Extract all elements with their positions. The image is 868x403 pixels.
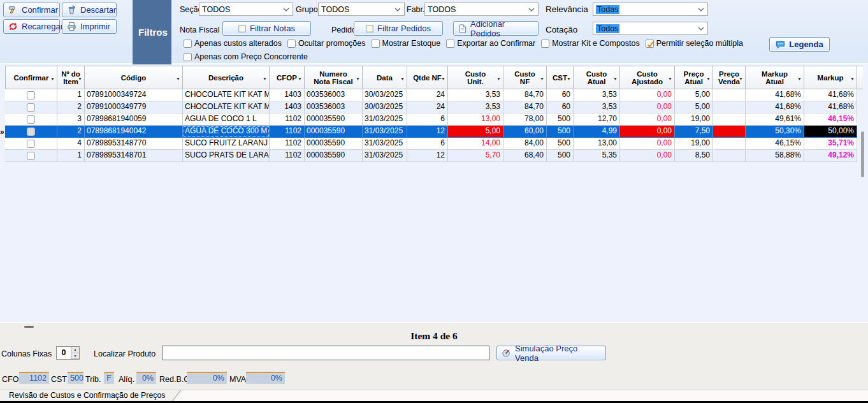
- filter-checkbox-apenas-custos-alterados[interactable]: Apenas custos alterados: [184, 39, 282, 48]
- column-header-descricao[interactable]: Descrição▼: [183, 66, 270, 89]
- row-confirm-checkbox[interactable]: [27, 103, 35, 112]
- column-header-label: Markup Atual: [762, 70, 788, 85]
- cell: 78,00: [503, 114, 547, 126]
- spinner-down-button[interactable]: ▼: [71, 353, 79, 360]
- checkbox-icon: [287, 40, 296, 48]
- filter-checkbox-mostrar-kit-e-compostos[interactable]: Mostrar Kit e Compostos: [541, 39, 640, 48]
- column-header-codigo[interactable]: Código▼: [85, 66, 183, 89]
- table-row[interactable]: 207891000349779CHOCOLATE KIT KAT M140300…: [5, 101, 857, 114]
- table-row[interactable]: 407898953148770SUCO FRUITZ LARANJ1102000…: [5, 138, 857, 150]
- filter-arrow-icon[interactable]: ▼: [400, 75, 405, 83]
- checkbox-label: Apenas com Preço Concorrente: [194, 52, 308, 61]
- relevancia-select[interactable]: Todas: [593, 3, 708, 16]
- column-header-custo-unit[interactable]: Custo Unit.▼: [448, 66, 503, 89]
- tab-revisao-de-custos[interactable]: Revisão de Custos e Confirmação de Preço…: [0, 390, 184, 402]
- row-confirm-checkbox[interactable]: [27, 128, 35, 136]
- cell: 0,00: [620, 150, 675, 162]
- table-row[interactable]: 307898681940059AGUA DE COCO 1 L110200003…: [5, 114, 857, 126]
- localizar-produto-label: Localizar Produto: [94, 349, 156, 358]
- column-header-cst[interactable]: CST▼: [547, 66, 574, 89]
- column-header-numero-nota-fiscal[interactable]: Numero Nota Fiscal▼: [305, 66, 363, 89]
- cell-confirmar: [5, 126, 57, 138]
- localizar-produto-input[interactable]: [162, 346, 489, 360]
- cotacao-select[interactable]: Todos: [593, 22, 708, 35]
- filter-arrow-icon[interactable]: ▼: [706, 75, 711, 83]
- column-header-label: CFOP: [277, 74, 297, 82]
- column-header-confirmar[interactable]: Confirmar▼: [5, 66, 57, 89]
- filter-checkbox-ocultar-promocoes[interactable]: Ocultar promoções: [287, 39, 366, 48]
- column-header-custo-ajustado[interactable]: Custo Ajustado▼: [620, 66, 675, 89]
- filter-checkbox-permitir-selecao-multipla[interactable]: Permitir seleção múltipla: [646, 39, 743, 48]
- colunas-fixas-stepper[interactable]: 0 ▲ ▼: [56, 346, 80, 360]
- table-row[interactable]: 107898953148701SUCO PRATS DE LARA1102000…: [5, 150, 857, 162]
- filtrar-notas-button[interactable]: Filtrar Notas: [222, 21, 311, 36]
- row-confirm-checkbox[interactable]: [27, 115, 35, 124]
- filter-arrow-icon[interactable]: ▼: [850, 75, 855, 83]
- table-row[interactable]: 207898681940042AGUA DE COCO 300 M1102000…: [5, 126, 857, 138]
- simulacao-preco-venda-button[interactable]: Simulação Preço Venda: [496, 346, 606, 360]
- chevron-down-icon: [283, 8, 289, 11]
- column-header-markup-atual[interactable]: Markup Atual▼: [746, 66, 804, 89]
- filter-arrow-icon[interactable]: ▼: [496, 75, 501, 83]
- column-header-data[interactable]: Data▼: [363, 66, 407, 89]
- filter-arrow-icon[interactable]: ▼: [263, 75, 267, 83]
- cell: 003536003: [305, 89, 363, 101]
- cell: [713, 126, 746, 138]
- row-confirm-checkbox[interactable]: [27, 152, 35, 160]
- filter-arrow-icon[interactable]: ▼: [298, 75, 302, 83]
- filter-arrow-icon[interactable]: ▼: [613, 75, 618, 83]
- column-header-preco-venda[interactable]: Preço Venda▼: [713, 66, 746, 89]
- grupo-select[interactable]: TODOS: [318, 3, 405, 16]
- row-confirm-checkbox[interactable]: [27, 91, 35, 99]
- confirmar-button[interactable]: Confirmar: [3, 3, 60, 17]
- filter-checkbox-exportar-ao-confirmar[interactable]: Exportar ao Confirmar: [446, 39, 535, 48]
- checkbox-label: Mostrar Estoque: [382, 39, 441, 48]
- filter-checkbox-mostrar-estoque[interactable]: Mostrar Estoque: [372, 39, 441, 48]
- cell: 000035590: [305, 150, 363, 162]
- legenda-button[interactable]: Legenda: [769, 37, 830, 52]
- filter-arrow-icon[interactable]: ▼: [441, 75, 445, 83]
- adicionar-pedidos-button[interactable]: Adicionar Pedidos: [453, 21, 539, 36]
- cell: 30/03/2025: [363, 89, 407, 101]
- relevancia-label: Relevância: [546, 4, 588, 14]
- filter-arrow-icon[interactable]: ▼: [567, 75, 571, 83]
- cell-confirmar: [5, 101, 57, 114]
- filter-arrow-icon[interactable]: ▼: [739, 75, 743, 83]
- trash-icon: [67, 5, 76, 15]
- column-header-markup[interactable]: Markup▼: [804, 66, 857, 89]
- recarregar-button[interactable]: Recarregar: [3, 19, 60, 34]
- cell: [713, 89, 746, 101]
- secao-select[interactable]: TODOS: [199, 3, 293, 16]
- splitter-handle[interactable]: [24, 326, 34, 328]
- fabricante-label: Fabr.: [407, 5, 425, 14]
- table-row[interactable]: 107891000349724CHOCOLATE KIT KAT M140300…: [5, 89, 857, 101]
- filter-arrow-icon[interactable]: ▼: [50, 75, 55, 83]
- column-header-cfop[interactable]: CFOP▼: [270, 66, 305, 89]
- filter-arrow-icon[interactable]: ▼: [356, 75, 360, 83]
- mva-field: 0%: [246, 372, 285, 384]
- column-header-qtde-nf[interactable]: Qtde NF▼: [407, 66, 448, 89]
- column-header-custo-nf[interactable]: Custo NF▼: [503, 66, 547, 89]
- column-header-n-do-item[interactable]: Nº do Item▼: [57, 66, 85, 89]
- filter-arrow-icon[interactable]: ▼: [176, 75, 180, 83]
- filter-arrow-icon[interactable]: ▼: [797, 75, 802, 83]
- row-confirm-checkbox[interactable]: [27, 140, 35, 148]
- spinner-up-button[interactable]: ▲: [71, 347, 79, 353]
- checkbox-icon: [366, 25, 373, 33]
- filter-arrow-icon[interactable]: ▼: [540, 75, 544, 83]
- filter-arrow-icon[interactable]: ▼: [78, 75, 82, 83]
- cell: 5,35: [574, 150, 620, 162]
- imprimir-button[interactable]: Imprimir: [62, 19, 117, 34]
- cell: 12: [407, 126, 448, 138]
- filter-arrow-icon[interactable]: ▼: [668, 75, 672, 83]
- filter-checkbox-apenas-com-preco-concorrente[interactable]: Apenas com Preço Concorrente: [184, 52, 308, 61]
- column-header-preco-atual[interactable]: Preço Atual▼: [675, 66, 713, 89]
- column-header-custo-atual[interactable]: Custo Atual▼: [574, 66, 620, 89]
- vertical-scrollbar[interactable]: [861, 131, 864, 177]
- fabricante-select[interactable]: TODOS: [424, 3, 539, 16]
- filtrar-pedidos-button[interactable]: Filtrar Pedidos: [354, 21, 443, 36]
- cell: 49,12%: [804, 150, 857, 162]
- descartar-button[interactable]: Descartar: [62, 3, 117, 17]
- cell: 12,70: [574, 114, 620, 126]
- cell: 5,00: [675, 101, 713, 114]
